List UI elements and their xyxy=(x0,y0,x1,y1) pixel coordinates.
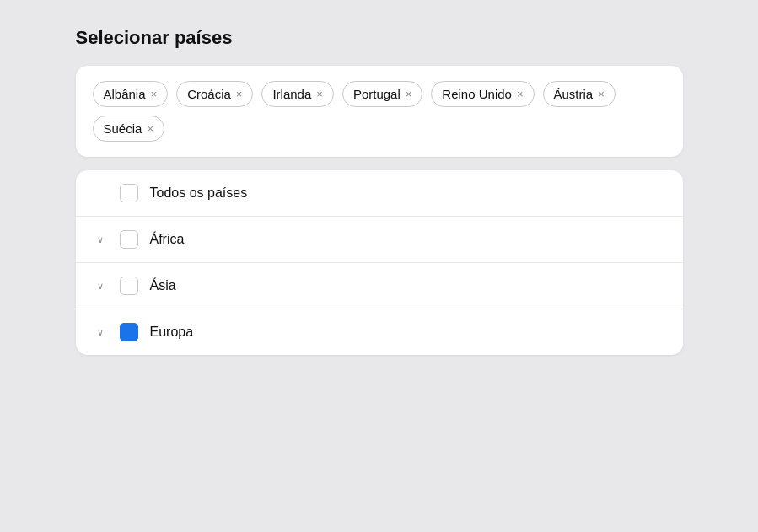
tag-label: Portugal xyxy=(353,87,401,101)
list-item-label: Todos os países xyxy=(150,185,248,201)
tag-remove-button[interactable]: × xyxy=(517,89,524,99)
tag-label: Albânia xyxy=(104,87,146,101)
tag-remove-button[interactable]: × xyxy=(151,89,158,99)
tag-austria: Áustria× xyxy=(543,81,616,107)
list-item-all[interactable]: Todos os países xyxy=(76,170,683,217)
tag-remove-button[interactable]: × xyxy=(406,89,412,99)
tag-label: Reino Unido xyxy=(442,87,512,101)
country-list-panel: Todos os países∨África∨Ásia∨Europa xyxy=(76,170,683,355)
tag-remove-button[interactable]: × xyxy=(236,89,243,99)
list-item-label: África xyxy=(150,232,185,247)
tag-remove-button[interactable]: × xyxy=(147,123,153,134)
tag-croatia: Croácia× xyxy=(176,81,253,107)
checkbox-all[interactable] xyxy=(120,184,138,202)
tag-label: Irlanda xyxy=(272,87,311,101)
list-item-label: Ásia xyxy=(150,278,176,293)
tag-uk: Reino Unido× xyxy=(431,81,534,107)
tag-remove-button[interactable]: × xyxy=(598,89,605,99)
list-item-europe[interactable]: ∨Europa xyxy=(76,309,683,355)
chevron-down-icon: ∨ xyxy=(93,325,108,340)
tag-portugal: Portugal× xyxy=(342,81,422,107)
chevron-down-icon: ∨ xyxy=(93,278,108,293)
checkbox-europe[interactable] xyxy=(120,323,138,341)
tag-albania: Albânia× xyxy=(93,81,169,107)
tag-label: Suécia xyxy=(104,121,142,136)
tag-ireland: Irlanda× xyxy=(261,81,333,107)
checkbox-asia[interactable] xyxy=(120,277,138,295)
tags-row: Albânia×Croácia×Irlanda×Portugal×Reino U… xyxy=(93,81,666,142)
tag-remove-button[interactable]: × xyxy=(316,89,323,99)
list-item-africa[interactable]: ∨África xyxy=(76,217,683,263)
checkbox-africa[interactable] xyxy=(120,230,138,249)
selected-tags-panel: Albânia×Croácia×Irlanda×Portugal×Reino U… xyxy=(76,66,683,157)
tag-label: Áustria xyxy=(554,87,594,101)
page-title: Selecionar países xyxy=(76,27,683,49)
list-scroll[interactable]: Todos os países∨África∨Ásia∨Europa xyxy=(76,170,683,355)
list-item-label: Europa xyxy=(150,325,194,340)
tag-label: Croácia xyxy=(187,87,231,101)
tag-sweden: Suécia× xyxy=(93,116,164,142)
main-container: Selecionar países Albânia×Croácia×Irland… xyxy=(76,27,683,355)
chevron-down-icon: ∨ xyxy=(93,232,108,247)
list-item-asia[interactable]: ∨Ásia xyxy=(76,263,683,309)
